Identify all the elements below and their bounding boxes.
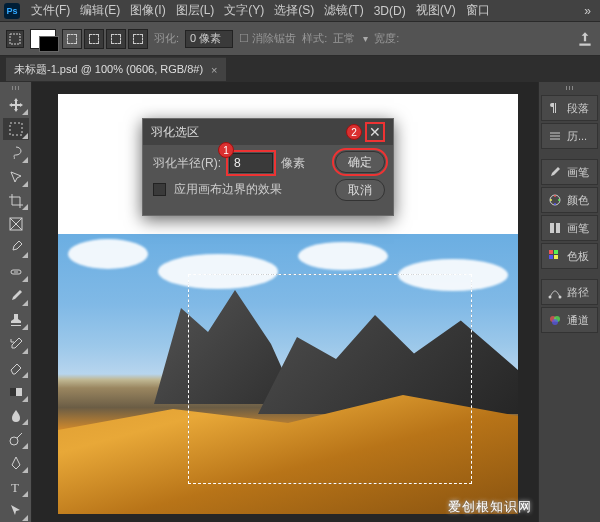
menu-overflow-icon[interactable]: »	[584, 4, 591, 18]
svg-point-9	[10, 437, 18, 445]
apply-canvas-label: 应用画布边界的效果	[174, 181, 282, 198]
panel-paragraph[interactable]: 段落	[541, 95, 598, 121]
history-brush-tool[interactable]	[3, 333, 29, 355]
document-title: 未标题-1.psd @ 100% (0606, RGB/8#)	[14, 62, 203, 77]
svg-rect-19	[549, 250, 553, 254]
menu-edit[interactable]: 编辑(E)	[80, 2, 120, 19]
menu-view[interactable]: 视图(V)	[416, 2, 456, 19]
selection-subtract[interactable]	[106, 29, 126, 49]
svg-point-13	[554, 195, 556, 197]
radius-unit: 像素	[281, 155, 305, 172]
selection-add[interactable]	[84, 29, 104, 49]
feather-input[interactable]	[185, 30, 233, 48]
svg-point-24	[559, 296, 562, 299]
color-swatch[interactable]	[30, 29, 56, 49]
style-label: 样式:	[302, 31, 327, 46]
close-tab-icon[interactable]: ×	[211, 64, 217, 76]
ok-button[interactable]: 确定	[335, 151, 385, 173]
tool-preset-picker[interactable]	[6, 30, 24, 48]
blur-tool[interactable]	[3, 405, 29, 427]
path-select-tool[interactable]	[3, 500, 29, 522]
menu-file[interactable]: 文件(F)	[31, 2, 70, 19]
svg-rect-1	[10, 123, 22, 135]
panel-brush[interactable]: 画笔	[541, 159, 598, 185]
panel-channels[interactable]: 通道	[541, 307, 598, 333]
watermark: 爱创根知识网	[448, 498, 532, 516]
annotation-badge-1: 1	[218, 142, 234, 158]
dialog-title: 羽化选区	[151, 124, 199, 141]
menu-layer[interactable]: 图层(L)	[176, 2, 215, 19]
panel-paths[interactable]: 路径	[541, 279, 598, 305]
apply-canvas-checkbox[interactable]	[153, 183, 166, 196]
toolbox-grip[interactable]	[6, 86, 26, 90]
annotation-badge-2: 2	[346, 124, 362, 140]
pen-tool[interactable]	[3, 452, 29, 474]
style-value[interactable]: 正常	[333, 31, 355, 46]
right-panel-dock: 段落 历... 画笔 颜色 画笔 色板 路径 通道	[538, 82, 600, 522]
document-tab-bar: 未标题-1.psd @ 100% (0606, RGB/8#) ×	[0, 56, 600, 82]
options-bar: 羽化: ☐ 消除锯齿 样式: 正常 ▾ 宽度:	[0, 22, 600, 56]
svg-rect-20	[554, 250, 558, 254]
gradient-tool[interactable]	[3, 381, 29, 403]
svg-line-10	[17, 433, 22, 438]
menu-window[interactable]: 窗口	[466, 2, 490, 19]
selection-new[interactable]	[62, 29, 82, 49]
document-tab[interactable]: 未标题-1.psd @ 100% (0606, RGB/8#) ×	[6, 57, 226, 81]
share-icon[interactable]	[576, 30, 594, 48]
move-tool[interactable]	[3, 94, 29, 116]
type-tool[interactable]: T	[3, 476, 29, 498]
width-label: 宽度:	[374, 31, 399, 46]
svg-rect-18	[556, 223, 560, 233]
frame-tool[interactable]	[3, 213, 29, 235]
svg-rect-22	[554, 255, 558, 259]
menu-3d[interactable]: 3D(D)	[374, 4, 406, 18]
svg-point-15	[554, 203, 556, 205]
app-logo: Ps	[4, 3, 20, 19]
menu-type[interactable]: 文字(Y)	[224, 2, 264, 19]
selection-mode-group	[62, 29, 148, 49]
svg-point-23	[549, 296, 552, 299]
toolbox: T	[0, 82, 32, 522]
svg-rect-21	[549, 255, 553, 259]
dodge-tool[interactable]	[3, 428, 29, 450]
eraser-tool[interactable]	[3, 357, 29, 379]
eyedropper-tool[interactable]	[3, 237, 29, 259]
dock-grip[interactable]	[560, 86, 580, 90]
svg-point-14	[558, 199, 560, 201]
panel-swatches[interactable]: 色板	[541, 243, 598, 269]
marquee-tool[interactable]	[3, 118, 29, 140]
cancel-button[interactable]: 取消	[335, 179, 385, 201]
feather-label: 羽化:	[154, 31, 179, 46]
radius-label: 羽化半径(R):	[153, 155, 221, 172]
lasso-tool[interactable]	[3, 142, 29, 164]
svg-text:T: T	[11, 480, 19, 495]
stamp-tool[interactable]	[3, 309, 29, 331]
healing-tool[interactable]	[3, 261, 29, 283]
menu-select[interactable]: 选择(S)	[274, 2, 314, 19]
panel-brushes[interactable]: 画笔	[541, 215, 598, 241]
radius-input[interactable]	[229, 153, 273, 173]
style-dropdown-icon[interactable]: ▾	[363, 33, 368, 44]
svg-point-16	[550, 199, 552, 201]
menu-filter[interactable]: 滤镜(T)	[324, 2, 363, 19]
quick-select-tool[interactable]	[3, 166, 29, 188]
menu-image[interactable]: 图像(I)	[130, 2, 165, 19]
dialog-close-button[interactable]: ✕	[365, 122, 385, 142]
panel-history[interactable]: 历...	[541, 123, 598, 149]
crop-tool[interactable]	[3, 190, 29, 212]
svg-point-27	[552, 319, 558, 325]
selection-marquee[interactable]	[188, 274, 472, 484]
svg-rect-8	[10, 388, 16, 396]
menu-bar: Ps 文件(F) 编辑(E) 图像(I) 图层(L) 文字(Y) 选择(S) 滤…	[0, 0, 600, 22]
panel-color[interactable]: 颜色	[541, 187, 598, 213]
svg-rect-0	[10, 34, 20, 44]
antialias-checkbox[interactable]: ☐ 消除锯齿	[239, 31, 296, 46]
selection-intersect[interactable]	[128, 29, 148, 49]
svg-rect-17	[550, 223, 554, 233]
brush-tool[interactable]	[3, 285, 29, 307]
